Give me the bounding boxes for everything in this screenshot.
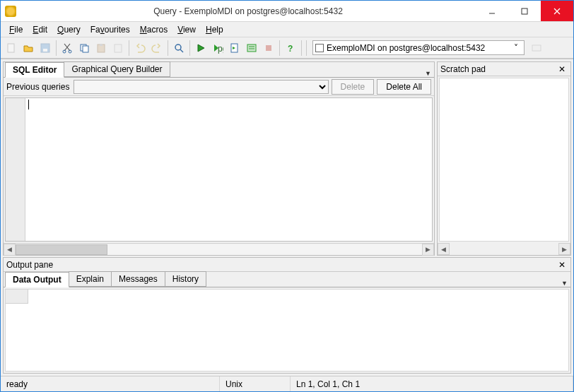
separator (189, 40, 190, 56)
svg-line-15 (180, 49, 183, 52)
editor-horizontal-scrollbar[interactable]: ◀ ▶ (4, 243, 434, 255)
window-title: Query - ExemploMDI on postgres@localhost… (20, 6, 476, 16)
chevron-down-icon: ˅ (510, 43, 522, 53)
database-icon (315, 44, 324, 52)
open-icon[interactable] (20, 40, 36, 56)
statusbar: ready Unix Ln 1, Col 1, Ch 1 (1, 376, 573, 391)
separator (301, 40, 302, 56)
svg-rect-12 (100, 44, 102, 46)
previous-queries-label: Previous queries (6, 82, 69, 92)
app-window: Query - ExemploMDI on postgres@localhost… (0, 0, 574, 392)
tab-explain[interactable]: Explain (69, 271, 112, 287)
scroll-right-icon[interactable]: ▶ (558, 243, 570, 255)
editor-pane: SQL Editor Graphical Query Builder ▼ Pre… (3, 61, 435, 256)
tab-history[interactable]: History (165, 271, 206, 287)
tab-messages[interactable]: Messages (111, 271, 165, 287)
connection-dropdown[interactable]: ExemploMDI on postgres@localhost:5432 ˅ (312, 40, 525, 55)
line-gutter (6, 98, 25, 241)
menu-help[interactable]: Help (201, 23, 228, 36)
svg-rect-1 (522, 8, 527, 14)
cancel-icon[interactable] (261, 40, 276, 56)
scroll-track[interactable] (107, 244, 422, 255)
menu-query[interactable]: Query (53, 23, 85, 36)
help-icon[interactable]: ? (283, 40, 298, 56)
svg-rect-10 (83, 46, 88, 52)
output-pane: Output pane ✕ Data Output Explain Messag… (3, 257, 571, 374)
scratch-pad-header[interactable]: Scratch pad ✕ (438, 62, 570, 76)
undo-icon[interactable] (132, 40, 148, 56)
svg-rect-23 (532, 45, 541, 51)
menu-edit[interactable]: Edit (28, 23, 52, 36)
separator (56, 40, 57, 56)
paste-icon[interactable] (93, 40, 109, 56)
scratch-pad-title: Scratch pad (440, 64, 556, 74)
scroll-thumb[interactable] (16, 244, 107, 255)
menubar: File Edit Query Favourites Macros View H… (1, 22, 573, 37)
sql-editor-area (5, 97, 433, 242)
svg-rect-6 (43, 49, 47, 52)
svg-rect-21 (266, 45, 271, 51)
scratch-pad-textarea[interactable] (439, 78, 569, 242)
menu-view[interactable]: View (173, 23, 200, 36)
close-icon[interactable]: ✕ (556, 64, 568, 74)
delete-button[interactable]: Delete (332, 79, 375, 95)
toolbar: pg ? ExemploMDI on postgres@localhost:54… (1, 37, 573, 59)
menu-macros[interactable]: Macros (136, 23, 172, 36)
window-controls (476, 1, 573, 21)
redo-icon[interactable] (149, 40, 165, 56)
new-icon[interactable] (4, 40, 19, 56)
titlebar[interactable]: Query - ExemploMDI on postgres@localhost… (1, 1, 573, 22)
separator (306, 40, 307, 56)
previous-queries-select[interactable] (74, 80, 328, 94)
svg-point-14 (175, 44, 181, 50)
status-state: ready (1, 376, 220, 391)
close-icon[interactable]: ✕ (556, 260, 568, 270)
execute-icon[interactable] (193, 40, 209, 56)
output-grid[interactable] (5, 289, 569, 372)
grid-corner (6, 290, 28, 304)
svg-text:?: ? (288, 44, 293, 54)
scratch-horizontal-scrollbar[interactable]: ◀ ▶ (438, 243, 570, 255)
menu-file[interactable]: File (5, 23, 27, 36)
tab-graphical-query-builder[interactable]: Graphical Query Builder (64, 61, 170, 77)
cut-icon[interactable] (59, 40, 75, 56)
menu-favourites[interactable]: Favourites (86, 23, 134, 36)
tab-data-output[interactable]: Data Output (5, 272, 69, 287)
scroll-left-icon[interactable]: ◀ (438, 243, 450, 255)
main-area: SQL Editor Graphical Query Builder ▼ Pre… (1, 59, 573, 256)
connection-label: ExemploMDI on postgres@localhost:5432 (327, 43, 510, 53)
copy-icon[interactable] (76, 40, 92, 56)
add-connection-icon[interactable] (529, 40, 544, 56)
clear-icon[interactable] (110, 40, 126, 56)
svg-rect-18 (247, 44, 256, 52)
scratch-pad-pane: Scratch pad ✕ ◀ ▶ (437, 61, 571, 256)
editor-tabs: SQL Editor Graphical Query Builder ▼ (4, 62, 434, 78)
maximize-button[interactable] (508, 1, 541, 21)
scroll-right-icon[interactable]: ▶ (422, 244, 434, 256)
app-icon (5, 6, 16, 17)
svg-text:pg: pg (218, 44, 223, 54)
delete-all-button[interactable]: Delete All (377, 79, 431, 95)
explain-icon[interactable] (244, 40, 259, 56)
close-button[interactable] (541, 1, 573, 21)
find-icon[interactable] (171, 40, 187, 56)
svg-rect-13 (115, 44, 122, 52)
previous-queries-row: Previous queries Delete Delete All (4, 78, 434, 96)
tab-dropdown-icon[interactable]: ▼ (561, 280, 568, 287)
status-eol: Unix (220, 376, 291, 391)
text-caret (28, 100, 29, 109)
scroll-left-icon[interactable]: ◀ (4, 244, 16, 256)
execute-pgscript-icon[interactable]: pg (210, 40, 226, 56)
separator (279, 40, 280, 56)
tab-sql-editor[interactable]: SQL Editor (5, 62, 64, 78)
save-icon[interactable] (37, 40, 53, 56)
minimize-button[interactable] (476, 1, 508, 21)
tab-dropdown-icon[interactable]: ▼ (425, 70, 431, 77)
separator (168, 40, 168, 56)
separator (129, 40, 129, 56)
sql-textarea[interactable] (25, 98, 432, 241)
status-position: Ln 1, Col 1, Ch 1 (291, 376, 573, 391)
output-tabs: Data Output Explain Messages History ▼ (4, 272, 570, 287)
output-pane-header[interactable]: Output pane ✕ (4, 258, 570, 272)
execute-file-icon[interactable] (227, 40, 242, 56)
